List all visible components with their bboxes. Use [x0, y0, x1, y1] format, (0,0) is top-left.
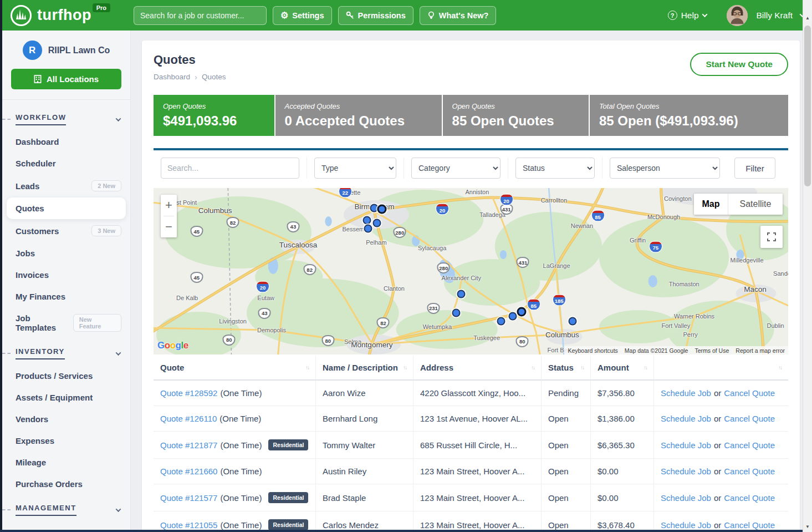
amount-cell: $7,356.80	[591, 381, 654, 406]
google-logo[interactable]: Google	[157, 340, 188, 351]
schedule-job-link[interactable]: Schedule Job	[661, 467, 711, 476]
satellite-view-button[interactable]: Satellite	[728, 194, 783, 215]
sidebar-section-header-workflow[interactable]: WORKFLOW	[2, 108, 130, 131]
sort-icon[interactable]: ↑↓	[774, 364, 782, 371]
all-locations-button[interactable]: All Locations	[11, 69, 121, 89]
quote-link[interactable]: Quote #121577	[160, 493, 217, 503]
quote-link[interactable]: Quote #128592	[160, 388, 217, 398]
sidebar-item-leads[interactable]: Leads2 New	[2, 174, 130, 197]
quotes-search-input[interactable]	[161, 158, 299, 179]
cancel-quote-link[interactable]: Cancel Quote	[724, 520, 775, 530]
action-separator: or	[714, 414, 721, 423]
map-attribution-item[interactable]: Terms of Use	[691, 347, 732, 354]
sidebar-item-customers[interactable]: Customers3 New	[2, 219, 130, 242]
settings-button[interactable]: ⚙ Settings	[273, 6, 332, 25]
cancel-quote-link[interactable]: Cancel Quote	[724, 414, 775, 423]
zoom-in-button[interactable]: +	[161, 195, 177, 216]
sidebar-item-purchase-orders[interactable]: Purchase Orders	[2, 473, 130, 495]
quote-link[interactable]: Quote #121877	[160, 440, 217, 450]
map-marker-10[interactable]	[568, 317, 576, 326]
sidebar-section-header-inventory[interactable]: INVENTORY	[2, 342, 130, 365]
company-avatar[interactable]: R	[23, 40, 42, 60]
whats-new-button[interactable]: What's New?	[420, 6, 497, 25]
cancel-quote-link[interactable]: Cancel Quote	[724, 493, 775, 503]
sort-icon[interactable]: ↑↓	[576, 364, 584, 371]
map-marker-3[interactable]	[373, 219, 381, 227]
sort-icon[interactable]: ↑↓	[639, 364, 647, 371]
filter-group-type: Type	[307, 158, 404, 179]
sidebar-section-header-management[interactable]: MANAGEMENT	[2, 498, 130, 521]
map-attribution-item[interactable]: Report a map error	[732, 347, 788, 354]
map-marker-2[interactable]	[362, 216, 371, 224]
address-cell: 4220 Glasscott Xingz, Hoo...	[413, 381, 542, 406]
map-marker-5[interactable]	[457, 290, 466, 298]
salesperson-select[interactable]: Salesperson	[610, 158, 720, 179]
map-marker-9[interactable]	[517, 307, 527, 316]
sidebar-item-expenses[interactable]: Expenses	[2, 430, 130, 452]
brand-logo-group[interactable]: turfhop Pro	[10, 4, 110, 27]
map-marker-7[interactable]	[497, 317, 505, 326]
vertical-scrollbar[interactable]: ▲ ▼	[803, 0, 812, 532]
column-header-status[interactable]: Status↑↓	[542, 356, 591, 381]
sidebar-item-mileage[interactable]: Mileage	[2, 452, 130, 473]
map-view-button[interactable]: Map	[694, 194, 728, 215]
column-header-amount[interactable]: Amount↑↓	[591, 356, 654, 381]
map-label-columbus: Columbus	[545, 331, 579, 339]
start-new-quote-button[interactable]: Start New Quote	[690, 53, 788, 76]
sort-icon[interactable]: ↑↓	[301, 364, 309, 371]
quote-link[interactable]: Quote #126110	[160, 414, 217, 423]
schedule-job-link[interactable]: Schedule Job	[661, 520, 711, 530]
breadcrumb-dashboard[interactable]: Dashboard	[154, 73, 190, 81]
column-header-name-description[interactable]: Name / Description↑↓	[316, 356, 413, 381]
help-menu[interactable]: ? Help	[668, 11, 707, 21]
cancel-quote-link[interactable]: Cancel Quote	[724, 467, 775, 476]
sidebar-item-quotes[interactable]: Quotes	[7, 197, 126, 219]
sidebar-item-assets-equipment[interactable]: Assets / Equipment	[2, 387, 130, 408]
schedule-job-link[interactable]: Schedule Job	[661, 440, 711, 450]
quote-link[interactable]: Quote #121055	[160, 520, 217, 530]
filter-button[interactable]: Filter	[734, 158, 775, 179]
user-name[interactable]: Billy Kraft	[757, 11, 793, 21]
sort-icon[interactable]: ↑↓	[399, 364, 406, 371]
help-icon: ?	[668, 11, 677, 20]
column-header-address[interactable]: Address↑↓	[413, 356, 542, 381]
permissions-button[interactable]: Permissions	[338, 6, 413, 25]
sidebar-item-invoices[interactable]: Invoices	[2, 264, 130, 286]
map-marker-1[interactable]	[377, 205, 387, 214]
column-header-quote[interactable]: Quote↑↓	[154, 356, 316, 381]
global-search-input[interactable]	[134, 6, 267, 25]
map-marker-4[interactable]	[364, 224, 372, 232]
column-title: Address	[420, 363, 453, 372]
scrollbar-thumb[interactable]	[804, 26, 811, 186]
type-select[interactable]: Type	[314, 158, 396, 179]
map-marker-8[interactable]	[509, 312, 517, 321]
sidebar-item-my-finances[interactable]: My Finances	[2, 286, 130, 307]
schedule-job-link[interactable]: Schedule Job	[661, 388, 711, 398]
sort-icon[interactable]: ↑↓	[527, 364, 534, 371]
cancel-quote-link[interactable]: Cancel Quote	[724, 388, 775, 398]
scroll-up-arrow[interactable]: ▲	[803, 13, 812, 22]
fullscreen-button[interactable]	[760, 226, 783, 248]
zoom-out-button[interactable]: −	[161, 216, 177, 237]
user-avatar[interactable]	[727, 5, 748, 26]
scroll-down-arrow[interactable]: ▼	[803, 522, 812, 531]
sidebar-item-dashboard[interactable]: Dashboard	[2, 131, 130, 153]
building-icon	[34, 75, 42, 83]
status-select[interactable]: Status	[515, 158, 595, 179]
map-attribution-item[interactable]: Keyboard shortcuts	[564, 347, 621, 354]
cancel-quote-link[interactable]: Cancel Quote	[724, 440, 775, 450]
map-marker-6[interactable]	[452, 309, 461, 317]
google-map[interactable]: FayetteAnnistonCarrolltonCovingtonWest P…	[154, 188, 788, 354]
category-select[interactable]: Category	[411, 158, 501, 179]
sidebar-item-job-templates[interactable]: Job TemplatesNew Feature	[2, 307, 130, 338]
quote-link[interactable]: Quote #121660	[160, 467, 217, 476]
schedule-job-link[interactable]: Schedule Job	[661, 493, 711, 503]
sidebar-item-scheduler[interactable]: Scheduler	[2, 153, 130, 174]
schedule-job-link[interactable]: Schedule Job	[661, 414, 711, 423]
sidebar-item-vendors[interactable]: Vendors	[2, 408, 130, 430]
sidebar-item-jobs[interactable]: Jobs	[2, 242, 130, 264]
column-header-actions[interactable]: ↑↓	[654, 356, 788, 381]
residential-badge: Residential	[268, 519, 308, 530]
map-label-columbus: Columbus	[198, 206, 232, 214]
sidebar-item-products-services[interactable]: Products / Services	[2, 365, 130, 387]
